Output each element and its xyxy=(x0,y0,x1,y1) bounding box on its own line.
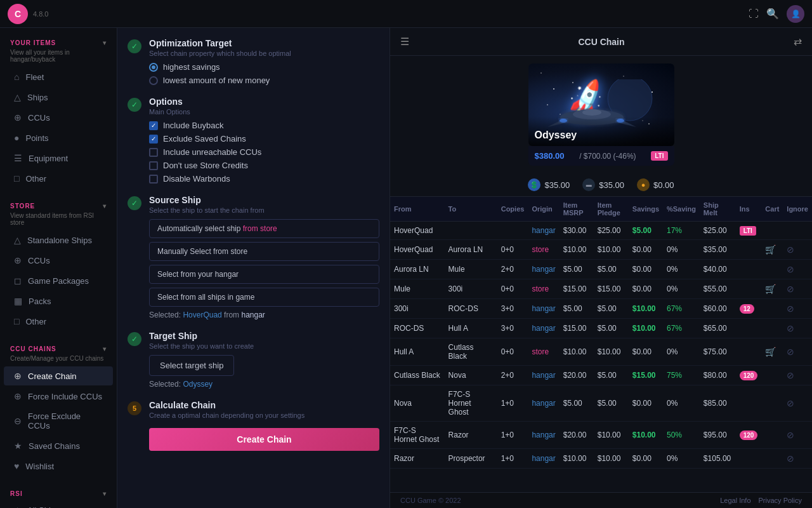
footer-privacy[interactable]: Privacy Policy xyxy=(759,497,802,504)
auto-select-btn[interactable]: Automatically select ship from store xyxy=(149,219,379,238)
sidebar-item-equipment[interactable]: ☰ Equipment xyxy=(4,149,113,168)
sidebar-item-other1[interactable]: □ Other xyxy=(4,169,113,188)
your-items-sub: View all your items in hangar/buyback xyxy=(0,49,117,67)
sidebar-item-all-ships[interactable]: △ All Ships xyxy=(4,500,113,508)
store-section: STORE ▾ xyxy=(0,196,117,212)
cell-savings: $10.00 xyxy=(629,299,663,319)
sidebar-item-create-chain[interactable]: ⊕ Create Chain xyxy=(4,366,113,385)
cell-to: F7C-S Hornet Ghost xyxy=(445,385,497,422)
ignore-icon[interactable]: ⊘ xyxy=(787,398,794,408)
ignore-icon[interactable]: ⊘ xyxy=(787,453,794,464)
cell-ignore: ⊘ xyxy=(783,279,812,299)
table-row: F7C-S Hornet Ghost Razor 1+0 hangar $20.… xyxy=(390,422,812,449)
step4-check: ✓ xyxy=(128,332,141,346)
checkbox-warbonds[interactable]: Disable Warbonds xyxy=(149,174,379,184)
ignore-icon[interactable]: ⊘ xyxy=(787,323,794,333)
checkbox-exclude-saved[interactable]: ✓ Exclude Saved Chains xyxy=(149,134,379,144)
checkbox-store-credits[interactable]: Don't use Store Credits xyxy=(149,161,379,170)
ship-image: Odyssey xyxy=(528,64,674,146)
cell-origin: hangar xyxy=(528,385,559,422)
sidebar-item-ships[interactable]: △ Ships xyxy=(4,88,113,107)
cell-from: Mule xyxy=(390,279,445,299)
pct-val: 0% xyxy=(667,265,678,274)
ignore-icon[interactable]: ⊘ xyxy=(787,430,794,440)
cell-savings: $0.00 xyxy=(629,449,663,469)
options-checkbox-group: ✓ Include Buyback ✓ Exclude Saved Chains… xyxy=(149,121,379,184)
cell-origin: hangar xyxy=(528,222,559,240)
radio-lowest-money[interactable]: lowest amount of new money xyxy=(149,76,379,85)
panel-action-icon[interactable]: ⇄ xyxy=(794,36,802,48)
sidebar-item-ccus[interactable]: ⊕ CCUs xyxy=(4,108,113,127)
step3-subtitle: Select the ship to start the chain from xyxy=(149,206,379,214)
sidebar-item-saved-chains[interactable]: ★ Saved Chains xyxy=(4,436,113,455)
from-store-highlight: from store xyxy=(243,224,277,233)
right-panel: ☰ CCU Chain ⇄ xyxy=(390,28,812,508)
store-sub: View standard items from RSI store xyxy=(0,212,117,230)
cell-ship-melt: $105.00 xyxy=(700,449,736,469)
topbar-right: ⛶ 🔍 👤 xyxy=(749,5,804,23)
rsi-label: RSI xyxy=(10,490,23,497)
ignore-icon[interactable]: ⊘ xyxy=(787,347,794,357)
select-hangar-btn[interactable]: Select from your hangar xyxy=(149,265,379,284)
cell-from: Razor xyxy=(390,449,445,469)
sidebar-item-force-exclude[interactable]: ⊖ Force Exclude CCUs xyxy=(4,407,113,435)
rsi-chevron[interactable]: ▾ xyxy=(103,490,107,497)
sidebar-item-store-ccus[interactable]: ⊕ CCUs xyxy=(4,251,113,270)
cell-cart: 🛒 xyxy=(761,279,783,299)
cell-from: Cutlass Black xyxy=(390,366,445,385)
cell-copies: 1+0 xyxy=(497,422,528,449)
radio-dot-lowest xyxy=(149,76,158,85)
select-all-ships-btn[interactable]: Select from all ships in game xyxy=(149,288,379,307)
cell-savings: $0.00 xyxy=(629,385,663,422)
sidebar-item-fleet[interactable]: ⌂ Fleet xyxy=(4,67,113,86)
cell-item-pledge: $5.00 xyxy=(594,319,629,338)
ccu-chains-chevron[interactable]: ▾ xyxy=(103,345,107,352)
checkbox-include-buyback[interactable]: ✓ Include Buyback xyxy=(149,121,379,130)
origin-label: hangar xyxy=(532,399,555,408)
cell-pct: 0% xyxy=(663,385,700,422)
checkbox-include-unreachable[interactable]: Include unreachable CCUs xyxy=(149,147,379,157)
table-row: Cutlass Black Nova 2+0 hangar $20.00 $5.… xyxy=(390,366,812,385)
ignore-icon[interactable]: ⊘ xyxy=(787,264,794,274)
cart-icon[interactable]: 🛒 xyxy=(765,244,776,255)
cell-origin: hangar xyxy=(528,299,559,319)
sidebar-item-points[interactable]: ● Points xyxy=(4,128,113,147)
pct-val: 0% xyxy=(667,245,678,254)
pct-val: 75% xyxy=(667,371,682,380)
cart-icon[interactable]: 🛒 xyxy=(765,284,776,294)
cell-ship-melt: $40.00 xyxy=(700,260,736,279)
sidebar-item-standalone-ships[interactable]: △ Standalone Ships xyxy=(4,231,113,250)
sidebar-label-force-exclude: Force Exclude CCUs xyxy=(28,411,103,431)
radio-highest-savings[interactable]: highest savings xyxy=(149,62,379,72)
sidebar-label-wishlist: Wishlist xyxy=(25,462,54,471)
sidebar-item-packs[interactable]: ▦ Packs xyxy=(4,291,113,311)
sidebar-label-ships: Ships xyxy=(27,93,48,102)
sidebar-item-other2[interactable]: □ Other xyxy=(4,312,113,331)
ignore-icon[interactable]: ⊘ xyxy=(787,244,794,255)
cell-item-pledge: $5.00 xyxy=(594,366,629,385)
fullscreen-icon[interactable]: ⛶ xyxy=(749,8,759,20)
your-items-chevron[interactable]: ▾ xyxy=(103,39,107,46)
ignore-icon[interactable]: ⊘ xyxy=(787,304,794,314)
cell-ins: 12 xyxy=(736,299,762,319)
step2-title: Options xyxy=(149,97,379,107)
ignore-icon[interactable]: ⊘ xyxy=(787,370,794,380)
footer-legal[interactable]: Legal Info xyxy=(720,497,750,504)
create-chain-btn[interactable]: Create Chain xyxy=(149,428,379,451)
step1-check: ✓ xyxy=(128,39,141,53)
store-chevron[interactable]: ▾ xyxy=(103,203,107,210)
sidebar-item-game-packages[interactable]: ◻ Game Packages xyxy=(4,271,113,290)
sidebar-item-wishlist[interactable]: ♥ Wishlist xyxy=(4,457,113,476)
panel-menu-icon[interactable]: ☰ xyxy=(400,36,409,48)
cell-ship-melt: $65.00 xyxy=(700,319,736,338)
search-icon[interactable]: 🔍 xyxy=(766,8,779,20)
manually-select-btn[interactable]: Manually Select from store xyxy=(149,242,379,261)
cart-icon[interactable]: 🛒 xyxy=(765,347,776,357)
app-logo: C xyxy=(8,4,28,24)
ignore-icon[interactable]: ⊘ xyxy=(787,284,794,294)
avatar[interactable]: 👤 xyxy=(787,5,804,23)
select-target-btn[interactable]: Select target ship xyxy=(149,355,234,376)
sidebar-item-force-include[interactable]: ⊕ Force Include CCUs xyxy=(4,387,113,406)
cell-from: Nova xyxy=(390,385,445,422)
cell-pct: 0% xyxy=(663,338,700,366)
